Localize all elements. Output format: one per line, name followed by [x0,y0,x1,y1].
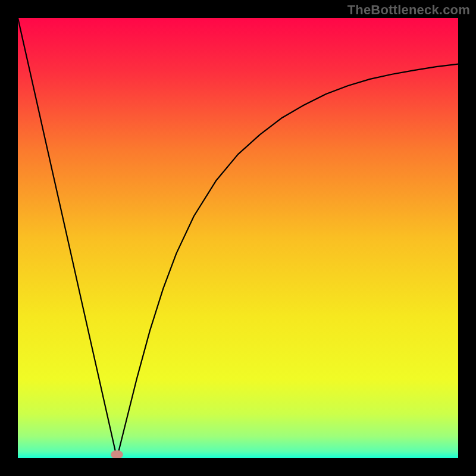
watermark-text: TheBottleneck.com [347,2,470,18]
plot-background [18,18,458,458]
chart-stage: TheBottleneck.com [0,0,476,476]
chart-plot [18,18,458,458]
